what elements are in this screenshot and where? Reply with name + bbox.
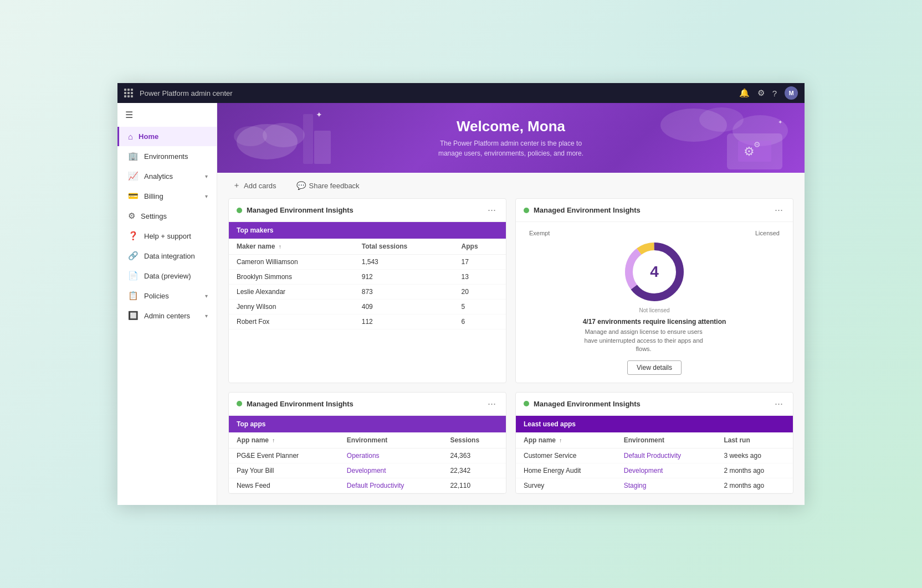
top-bar-icons: 🔔 ⚙ ? M bbox=[739, 86, 798, 100]
sessions: 22,110 bbox=[442, 478, 506, 493]
table-row: Pay Your Bill Development 22,342 bbox=[229, 463, 506, 478]
maker-name: Brooklyn Simmons bbox=[229, 270, 354, 285]
environment: Development bbox=[616, 463, 716, 478]
sidebar-item-label: Home bbox=[139, 132, 158, 141]
app-name: Survey bbox=[516, 478, 616, 493]
sidebar-item-label: Help + support bbox=[144, 232, 191, 240]
sidebar-item-data-preview[interactable]: 📄 Data (preview) bbox=[117, 266, 217, 286]
banner-subtitle: The Power Platform admin center is the p… bbox=[239, 138, 782, 158]
waffle-icon[interactable] bbox=[124, 89, 133, 97]
sessions: 912 bbox=[354, 270, 454, 285]
sidebar-item-policies[interactable]: 📋 Policies ▾ bbox=[117, 286, 217, 306]
data-preview-icon: 📄 bbox=[128, 271, 139, 281]
admin-centers-icon: 🔲 bbox=[128, 311, 139, 321]
maker-name: Leslie Alexandar bbox=[229, 285, 354, 300]
sidebar-item-settings[interactable]: ⚙ Settings bbox=[117, 206, 217, 226]
table-row: Jenny Wilson 409 5 bbox=[229, 300, 506, 314]
apps-count: 17 bbox=[454, 255, 506, 270]
add-cards-button[interactable]: ＋ Add cards bbox=[228, 178, 281, 193]
table-section-label: Top makers bbox=[229, 222, 506, 239]
sidebar-item-environments[interactable]: 🏢 Environments bbox=[117, 146, 217, 166]
donut-info-title: 4/17 environments require licensing atte… bbox=[583, 318, 726, 326]
chevron-down-icon: ▾ bbox=[205, 293, 208, 299]
donut-card-body: Exempt Licensed bbox=[516, 222, 793, 382]
settings-icon[interactable]: ⚙ bbox=[757, 88, 765, 98]
banner-title: Welcome, Mona bbox=[239, 118, 782, 135]
apps-count: 13 bbox=[454, 270, 506, 285]
card-more-button[interactable]: ··· bbox=[485, 204, 498, 216]
table-section-label: Top apps bbox=[229, 416, 506, 432]
sidebar-item-label: Data integration bbox=[144, 252, 195, 260]
col-last-run: Last run bbox=[716, 432, 793, 448]
card-more-button[interactable]: ··· bbox=[772, 204, 785, 216]
col-maker-name: Maker name ↑ bbox=[229, 239, 354, 255]
billing-icon: 💳 bbox=[128, 191, 139, 201]
banner-text: Welcome, Mona The Power Platform admin c… bbox=[239, 118, 782, 158]
home-icon: ⌂ bbox=[128, 132, 133, 141]
sidebar-item-label: Data (preview) bbox=[144, 272, 191, 280]
sidebar-item-home[interactable]: ⌂ Home bbox=[117, 127, 217, 146]
card-title: Managed Environment Insights bbox=[534, 400, 772, 408]
environment: Operations bbox=[339, 448, 443, 463]
feedback-icon: 💬 bbox=[296, 181, 306, 190]
table-row: Customer Service Default Productivity 3 … bbox=[516, 448, 793, 463]
donut-chart: 4 bbox=[621, 239, 688, 305]
least-used-apps-table: App name ↑ Environment Last run Customer… bbox=[516, 432, 793, 493]
maker-name: Jenny Wilson bbox=[229, 300, 354, 314]
table-row: Leslie Alexandar 873 20 bbox=[229, 285, 506, 300]
sort-icon[interactable]: ↑ bbox=[279, 244, 281, 250]
maker-name: Cameron Williamson bbox=[229, 255, 354, 270]
sessions: 24,363 bbox=[442, 448, 506, 463]
card-least-used-apps: Managed Environment Insights ··· Least u… bbox=[515, 392, 793, 494]
sidebar: ☰ ⌂ Home 🏢 Environments 📈 Analytics ▾ 💳 … bbox=[117, 103, 217, 504]
donut-labels: Exempt Licensed bbox=[524, 230, 785, 236]
sort-icon[interactable]: ↑ bbox=[272, 437, 275, 443]
apps-count: 20 bbox=[454, 285, 506, 300]
bell-icon[interactable]: 🔔 bbox=[739, 88, 750, 98]
status-dot bbox=[524, 401, 529, 406]
policies-icon: 📋 bbox=[128, 291, 139, 301]
sidebar-item-data-integration[interactable]: 🔗 Data integration bbox=[117, 246, 217, 266]
sidebar-item-label: Settings bbox=[141, 212, 167, 220]
sidebar-item-label: Environments bbox=[144, 152, 188, 161]
top-bar: Power Platform admin center 🔔 ⚙ ? M bbox=[117, 83, 805, 103]
sessions: 1,543 bbox=[354, 255, 454, 270]
sidebar-item-analytics[interactable]: 📈 Analytics ▾ bbox=[117, 166, 217, 186]
donut-info-subtitle: Manage and assign license to ensure user… bbox=[583, 328, 705, 353]
app-title: Power Platform admin center bbox=[140, 89, 733, 97]
col-app-name: App name ↑ bbox=[516, 432, 616, 448]
app-name: News Feed bbox=[229, 478, 339, 493]
view-details-button[interactable]: View details bbox=[627, 360, 682, 375]
settings-icon: ⚙ bbox=[128, 211, 135, 221]
card-licensing: Managed Environment Insights ··· Exempt … bbox=[515, 198, 793, 383]
welcome-banner: ✦ ✦ ⚙ ⚙ Welcome, Mona The Power Platform… bbox=[217, 103, 805, 173]
cards-grid: Managed Environment Insights ··· Top mak… bbox=[217, 198, 805, 504]
apps-count: 6 bbox=[454, 314, 506, 329]
card-header: Managed Environment Insights ··· bbox=[516, 393, 793, 416]
sessions: 112 bbox=[354, 314, 454, 329]
data-integration-icon: 🔗 bbox=[128, 251, 139, 261]
sort-icon[interactable]: ↑ bbox=[559, 437, 562, 443]
share-feedback-button[interactable]: 💬 Share feedback bbox=[292, 179, 364, 192]
toolbar: ＋ Add cards 💬 Share feedback bbox=[217, 173, 805, 198]
status-dot bbox=[237, 401, 242, 406]
table-row: Brooklyn Simmons 912 13 bbox=[229, 270, 506, 285]
status-dot bbox=[524, 208, 529, 213]
card-more-button[interactable]: ··· bbox=[772, 398, 785, 410]
table-row: News Feed Default Productivity 22,110 bbox=[229, 478, 506, 493]
app-name: Customer Service bbox=[516, 448, 616, 463]
avatar[interactable]: M bbox=[785, 86, 798, 100]
sidebar-item-admin-centers[interactable]: 🔲 Admin centers ▾ bbox=[117, 306, 217, 326]
environment: Development bbox=[339, 463, 443, 478]
sidebar-item-help[interactable]: ❓ Help + support bbox=[117, 226, 217, 246]
environment: Default Productivity bbox=[616, 448, 716, 463]
table-row: PG&E Event Planner Operations 24,363 bbox=[229, 448, 506, 463]
table-row: Robert Fox 112 6 bbox=[229, 314, 506, 329]
sidebar-item-billing[interactable]: 💳 Billing ▾ bbox=[117, 186, 217, 206]
hamburger-button[interactable]: ☰ bbox=[117, 103, 217, 127]
card-more-button[interactable]: ··· bbox=[485, 398, 498, 410]
help-icon: ❓ bbox=[128, 231, 139, 241]
help-icon[interactable]: ? bbox=[772, 89, 777, 98]
sidebar-item-label: Admin centers bbox=[144, 312, 190, 320]
chevron-down-icon: ▾ bbox=[205, 313, 208, 319]
